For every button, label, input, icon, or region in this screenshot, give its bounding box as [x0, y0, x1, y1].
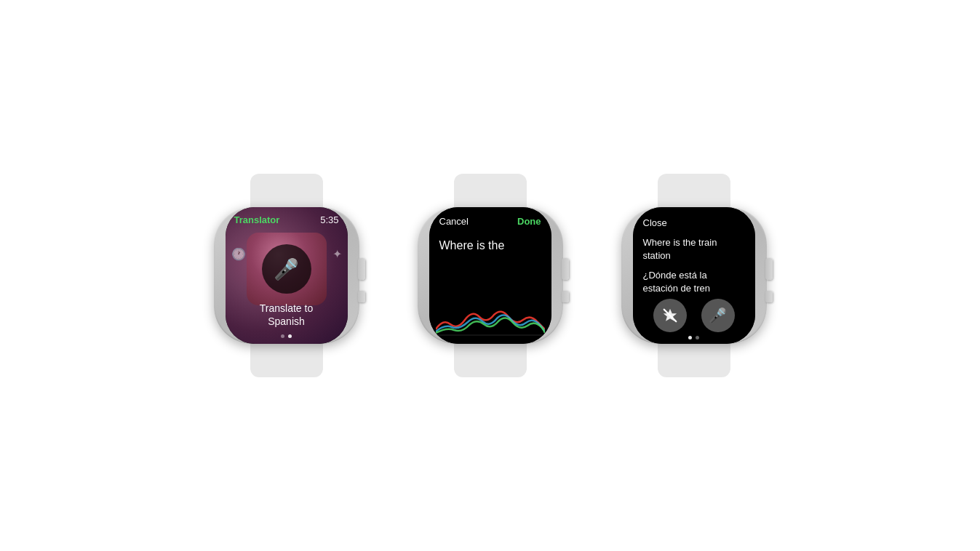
screen3-header: Close [633, 207, 755, 233]
screen1-header: Translator 5:35 [226, 214, 348, 225]
watch-2: Cancel Done Where is the [410, 174, 570, 377]
watch-case-3: Close Where is the train station ¿Dónde … [621, 207, 767, 344]
band-top-1 [250, 174, 323, 207]
translator-title: Translator [234, 214, 280, 225]
mic-button[interactable]: 🎤 [701, 299, 735, 332]
translate-label-line1: Translate to [260, 302, 313, 314]
query-text: Where is the [429, 233, 551, 260]
band-top-3 [658, 174, 730, 207]
crown-small-3 [765, 291, 773, 302]
translated-text: ¿Dónde está la estación de tren [633, 265, 755, 294]
watch-screen-3: Close Where is the train station ¿Dónde … [633, 207, 755, 344]
band-top-2 [454, 174, 527, 207]
band-bottom-3 [658, 344, 730, 377]
crown-small-2 [562, 291, 569, 302]
screen2-header: Cancel Done [429, 207, 551, 233]
page-dots-3 [633, 336, 755, 339]
mic-area: 🎤 [247, 233, 327, 305]
mic-icon-3: 🎤 [709, 307, 727, 324]
dot-2 [288, 334, 292, 338]
crown-3 [765, 258, 773, 280]
crown-1 [358, 258, 365, 280]
dot-3-1 [688, 336, 692, 339]
watch-1: Translator 5:35 🎤 🕐 ✦ Translate to Spani… [207, 174, 367, 377]
watch-2-body: Cancel Done Where is the [410, 174, 570, 377]
pin-icon: ✦ [332, 247, 342, 261]
watch-screen-2: Cancel Done Where is the [429, 207, 551, 344]
translate-label-line2: Spanish [268, 315, 305, 327]
original-text: Where is the train station [633, 233, 755, 265]
mic-circle: 🎤 [262, 244, 311, 294]
dot-3-2 [696, 336, 699, 339]
translate-label: Translate to Spanish [226, 302, 348, 328]
page-dots-1 [226, 334, 348, 338]
watch-screen-1: Translator 5:35 🎤 🕐 ✦ Translate to Spani… [226, 207, 348, 344]
watch-3-body: Close Where is the train station ¿Dónde … [614, 174, 774, 377]
close-button[interactable]: Close [643, 217, 667, 228]
cancel-button[interactable]: Cancel [439, 216, 469, 227]
mic-icon: 🎤 [274, 257, 299, 281]
done-button[interactable]: Done [517, 216, 541, 227]
watch-case-2: Cancel Done Where is the [418, 207, 563, 344]
watch-case-1: Translator 5:35 🎤 🕐 ✦ Translate to Spani… [214, 207, 359, 344]
band-bottom-2 [454, 344, 527, 377]
screen1-content: Translator 5:35 🎤 🕐 ✦ Translate to Spani… [226, 207, 348, 344]
crown-2 [562, 258, 569, 280]
screen3-content: Close Where is the train station ¿Dónde … [633, 207, 755, 344]
action-buttons: 🎤 [633, 299, 755, 332]
watch-1-body: Translator 5:35 🎤 🕐 ✦ Translate to Spani… [207, 174, 367, 377]
crown-small-1 [358, 291, 365, 302]
history-icon: 🕐 [231, 247, 246, 261]
band-bottom-1 [250, 344, 323, 377]
watch-3: Close Where is the train station ¿Dónde … [614, 174, 774, 377]
dot-1 [281, 334, 284, 338]
siri-waveform [429, 300, 551, 337]
screen2-content: Cancel Done Where is the [429, 207, 551, 344]
watch-time: 5:35 [320, 214, 338, 225]
unpin-button[interactable] [653, 299, 687, 332]
